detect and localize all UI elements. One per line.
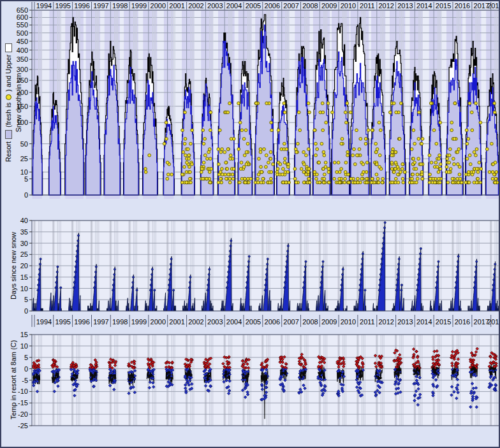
fresh-snow-point: [219, 177, 223, 180]
fresh-snow-point: [200, 171, 203, 174]
svg-text:2010: 2010: [341, 318, 356, 326]
fresh-snow-point: [166, 177, 169, 180]
fresh-snow-point: [184, 154, 188, 157]
fresh-snow-point: [320, 142, 323, 145]
fresh-snow-point: [353, 148, 356, 151]
fresh-snow-point: [364, 138, 367, 141]
fresh-snow-point: [295, 150, 298, 154]
fresh-snow-point: [416, 173, 419, 176]
fresh-snow-point: [207, 150, 210, 154]
fresh-snow-point: [239, 168, 242, 171]
fresh-snow-point: [417, 157, 420, 161]
fresh-snow-point: [323, 173, 326, 176]
fresh-snow-point: [180, 173, 184, 176]
fresh-snow-point: [167, 173, 170, 176]
fresh-snow-point: [374, 142, 378, 145]
fresh-snow-point: [287, 163, 290, 166]
svg-text:-10: -10: [18, 387, 28, 395]
fresh-snow-point: [314, 142, 318, 145]
fresh-snow-point: [327, 171, 330, 174]
fresh-snow-point: [183, 166, 186, 169]
fresh-snow-point: [328, 181, 331, 184]
fresh-snow-point: [453, 102, 457, 105]
fresh-snow-point: [353, 163, 357, 166]
fresh-snow-point: [232, 168, 235, 171]
top-year-axis: 1994199519961997199819992000200120022003…: [32, 2, 500, 10]
fresh-snow-point: [267, 161, 270, 164]
fresh-snow-point: [219, 171, 222, 174]
fresh-snow-point: [276, 168, 279, 171]
fresh-snow-point: [322, 150, 325, 154]
fresh-snow-point: [421, 177, 424, 180]
fresh-snow-point: [468, 154, 471, 157]
fresh-snow-point: [165, 138, 168, 141]
fresh-snow-point: [202, 142, 205, 145]
fresh-snow-point: [265, 102, 268, 105]
fresh-snow-point: [466, 142, 469, 145]
fresh-snow-point: [411, 181, 414, 184]
fresh-snow-point: [331, 111, 334, 114]
snow-history-window: 6506005505004504003503002502001501005025…: [0, 0, 500, 448]
fresh-snow-point: [429, 173, 432, 176]
fresh-snow-point: [355, 129, 358, 132]
fresh-snow-point: [202, 161, 205, 164]
fresh-snow-point: [307, 177, 311, 180]
fresh-snow-point: [449, 168, 452, 171]
fresh-snow-point: [448, 154, 451, 157]
fresh-snow-point: [349, 111, 352, 114]
svg-text:2001: 2001: [169, 2, 184, 10]
fresh-snow-point: [364, 142, 367, 145]
fresh-snow-point: [244, 177, 247, 180]
fresh-snow-point: [421, 138, 424, 141]
fresh-snow-point: [308, 111, 311, 114]
fresh-snow-point: [260, 166, 263, 169]
fresh-snow-point: [429, 177, 432, 180]
fresh-snow-point: [401, 163, 404, 166]
fresh-snow-point: [144, 168, 147, 171]
fresh-snow-point: [411, 177, 414, 180]
fresh-snow-point: [472, 171, 475, 174]
fresh-snow-point: [315, 177, 318, 180]
fresh-snow-point: [344, 177, 347, 180]
fresh-snow-point: [265, 166, 268, 169]
fresh-snow-point: [327, 168, 330, 171]
fresh-snow-point: [148, 154, 151, 157]
fresh-snow-point: [260, 181, 263, 184]
svg-text:2013: 2013: [397, 2, 413, 10]
fresh-snow-point: [390, 161, 393, 164]
fresh-snow-point: [381, 177, 385, 180]
fresh-snow-point: [490, 142, 494, 145]
fresh-snow-point: [333, 177, 336, 180]
fresh-snow-point: [452, 181, 455, 184]
svg-text:2018: 2018: [487, 2, 500, 10]
fresh-snow-point: [182, 150, 185, 154]
fresh-snow-point: [242, 166, 246, 169]
fresh-snow-point: [413, 142, 416, 145]
fresh-snow-point: [394, 177, 397, 180]
fresh-snow-point: [226, 168, 229, 171]
fresh-snow-point: [245, 163, 248, 166]
fresh-snow-point: [418, 111, 421, 114]
fresh-snow-point: [261, 177, 265, 180]
fresh-snow-point: [237, 148, 240, 151]
fresh-snow-point: [270, 171, 273, 174]
fresh-snow-point: [401, 177, 404, 180]
fresh-snow-point: [206, 157, 209, 161]
svg-text:5: 5: [24, 354, 28, 361]
fresh-snow-point: [254, 102, 258, 105]
svg-text:2002: 2002: [188, 2, 203, 10]
svg-text:-25: -25: [18, 422, 28, 430]
svg-text:2015: 2015: [436, 2, 451, 10]
fresh-snow-point: [228, 102, 232, 105]
fresh-snow-point: [376, 177, 379, 180]
fresh-snow-point: [412, 157, 415, 161]
fresh-snow-point: [226, 148, 230, 151]
fresh-snow-point: [391, 150, 394, 154]
fresh-snow-point: [448, 161, 451, 164]
fresh-snow-point: [476, 171, 480, 174]
fresh-snow-point: [285, 148, 288, 151]
fresh-snow-point: [434, 181, 437, 184]
fresh-snow-point: [218, 129, 221, 132]
resort-swatch-icon: [5, 130, 12, 139]
fresh-snow-point: [471, 129, 474, 132]
